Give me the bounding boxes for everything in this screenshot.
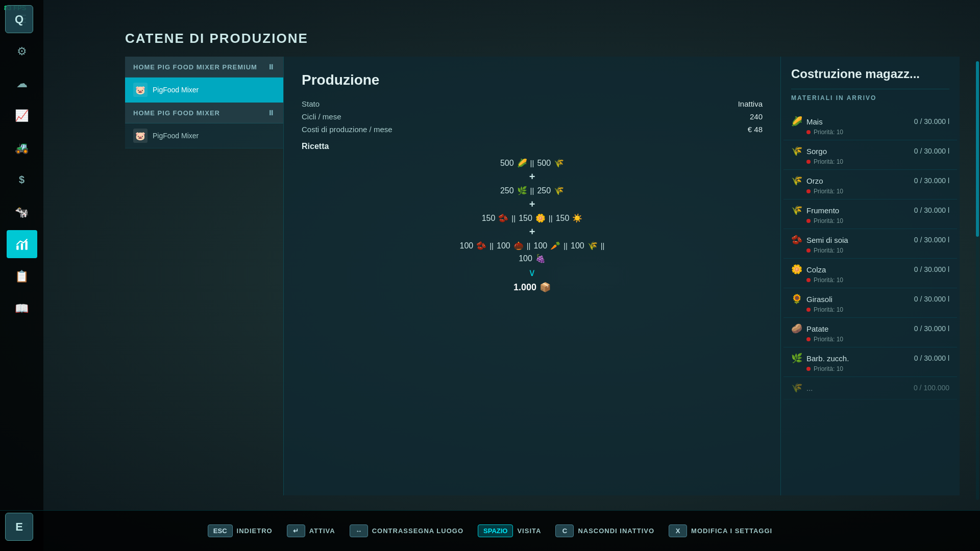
ing-canola-amount: 150 bbox=[519, 214, 532, 223]
sidebar-stats-icon[interactable]: 📈 bbox=[7, 102, 37, 130]
barb-name: Barb. zucch. bbox=[806, 354, 849, 363]
material-item-sorgo[interactable]: 🌾 Sorgo 0 / 30.000 l Priorità: 10 bbox=[783, 140, 957, 170]
sorgo-amount: 0 / 30.000 l bbox=[914, 147, 949, 155]
label-nascondi: NASCONDI INATTIVO bbox=[578, 527, 654, 535]
patate-name: Patate bbox=[806, 324, 828, 333]
list-entry-2-1[interactable]: 🐷 PigFood Mixer bbox=[125, 123, 283, 148]
material-name-wrap-sorgo: 🌾 Sorgo bbox=[791, 145, 827, 157]
material-item-mais[interactable]: 🌽 Mais 0 / 30.000 l Priorità: 10 bbox=[783, 111, 957, 140]
mais-amount: 0 / 30.000 l bbox=[914, 117, 949, 126]
colza-priority: Priorità: 10 bbox=[814, 277, 843, 284]
ing-sunflower-icon: ☀️ bbox=[572, 213, 582, 223]
q-button[interactable]: Q bbox=[5, 5, 33, 33]
ing-canola-icon: 🌼 bbox=[535, 213, 546, 223]
btn-modifica[interactable]: X MODIFICA I SETTAGGI bbox=[669, 524, 772, 537]
colza-icon: 🌼 bbox=[791, 264, 802, 275]
btn-contrassegna[interactable]: ↔ CONTRASSEGNA LUOGO bbox=[350, 524, 463, 537]
entry-icon-2: 🐷 bbox=[133, 129, 148, 143]
key-enter: ↵ bbox=[287, 524, 305, 537]
girasoli-priority-dot bbox=[806, 308, 811, 312]
production-panel: Produzione Stato Inattiva Cicli / mese 2… bbox=[283, 57, 781, 495]
ing-carrot-icon: 🥕 bbox=[550, 241, 560, 251]
group-header-2[interactable]: HOME PIG FOOD MIXER ⏸ bbox=[125, 103, 283, 123]
sep-1: || bbox=[530, 159, 534, 167]
sidebar-money-icon[interactable]: $ bbox=[7, 166, 37, 194]
material-item-patate[interactable]: 🥔 Patate 0 / 30.000 l Priorità: 10 bbox=[783, 318, 957, 347]
output-amount: 1.000 bbox=[513, 282, 536, 293]
label-contrassegna: CONTRASSEGNA LUOGO bbox=[372, 527, 463, 535]
ing-beet-icon: 🌰 bbox=[513, 241, 524, 251]
btn-visita[interactable]: SPAZIO VISITA bbox=[478, 524, 541, 537]
patate-icon: 🥔 bbox=[791, 323, 802, 334]
material-row-patate: 🥔 Patate 0 / 30.000 l bbox=[791, 323, 949, 334]
btn-indietro[interactable]: ESC INDIETRO bbox=[208, 524, 273, 537]
orzo-priority: Priorità: 10 bbox=[814, 188, 843, 195]
ing-corn-amount: 500 bbox=[500, 159, 514, 168]
sep-4a: || bbox=[489, 241, 494, 250]
label-visita: VISITA bbox=[517, 527, 541, 535]
material-row-barb: 🌿 Barb. zucch. 0 / 30.000 l bbox=[791, 353, 949, 364]
svg-rect-0 bbox=[16, 245, 18, 250]
partial-name: ... bbox=[806, 384, 813, 392]
sidebar-production-icon[interactable] bbox=[7, 230, 37, 258]
girasoli-icon: 🌻 bbox=[791, 293, 802, 305]
costi-row: Costi di produzione / mese € 48 bbox=[302, 125, 763, 134]
cicli-label: Cicli / mese bbox=[302, 112, 341, 121]
list-entry-1-1[interactable]: 🐷 PigFood Mixer bbox=[125, 78, 283, 103]
sep-3b: || bbox=[549, 214, 553, 222]
soia-priority-dot bbox=[806, 248, 811, 253]
barb-priority-dot bbox=[806, 367, 811, 371]
ing-soy-amount: 150 bbox=[482, 214, 496, 223]
patate-amount: 0 / 30.000 l bbox=[914, 324, 949, 333]
material-item-colza[interactable]: 🌼 Colza 0 / 30.000 l Priorità: 10 bbox=[783, 259, 957, 288]
sep-4c: || bbox=[564, 241, 568, 250]
barb-icon: 🌿 bbox=[791, 353, 802, 364]
frumento-name: Frumento bbox=[806, 206, 839, 215]
ing-potato-amount: 100 bbox=[460, 241, 474, 251]
material-item-frumento[interactable]: 🌾 Frumento 0 / 30.000 l Priorità: 10 bbox=[783, 199, 957, 229]
btn-attiva[interactable]: ↵ ATTIVA bbox=[287, 524, 335, 537]
material-item-soia[interactable]: 🫘 Semi di soia 0 / 30.000 l Priorità: 10 bbox=[783, 229, 957, 259]
sidebar-book-icon[interactable]: 📖 bbox=[7, 294, 37, 322]
orzo-amount: 0 / 30.000 l bbox=[914, 177, 949, 185]
ing-barley-icon: 🌾 bbox=[554, 186, 564, 195]
material-item-orzo[interactable]: 🌾 Orzo 0 / 30.000 l Priorità: 10 bbox=[783, 170, 957, 199]
ing-carrot-amount: 100 bbox=[534, 241, 548, 251]
frumento-priority: Priorità: 10 bbox=[814, 217, 843, 224]
label-attiva: ATTIVA bbox=[309, 527, 335, 535]
sidebar-task-icon[interactable]: 📋 bbox=[7, 262, 37, 290]
material-item-partial[interactable]: 🌾 ... 0 / 100.000 bbox=[783, 377, 957, 399]
material-row-partial: 🌾 ... 0 / 100.000 bbox=[791, 382, 949, 393]
ing-wheat-amount-1: 500 bbox=[537, 159, 551, 168]
svg-rect-1 bbox=[20, 243, 22, 249]
material-row-colza: 🌼 Colza 0 / 30.000 l bbox=[791, 264, 949, 275]
entry-label-1: PigFood Mixer bbox=[153, 86, 199, 94]
list-panel: HOME PIG FOOD MIXER PREMIUM ⏸ 🐷 PigFood … bbox=[125, 57, 283, 495]
group-header-1[interactable]: HOME PIG FOOD MIXER PREMIUM ⏸ bbox=[125, 57, 283, 78]
material-item-barb[interactable]: 🌿 Barb. zucch. 0 / 30.000 l Priorità: 10 bbox=[783, 347, 957, 377]
plus-2: + bbox=[529, 198, 535, 210]
frumento-amount: 0 / 30.000 l bbox=[914, 206, 949, 214]
e-button[interactable]: E bbox=[5, 513, 33, 541]
key-x: X bbox=[669, 524, 687, 537]
btn-nascondi[interactable]: C NASCONDI INATTIVO bbox=[555, 524, 654, 537]
material-name-wrap-barb: 🌿 Barb. zucch. bbox=[791, 353, 849, 364]
production-title: Produzione bbox=[302, 72, 763, 88]
materials-list: 🌽 Mais 0 / 30.000 l Priorità: 10 🌾 bbox=[781, 111, 960, 495]
sep-4d: || bbox=[601, 241, 605, 250]
colza-amount: 0 / 30.000 l bbox=[914, 265, 949, 273]
sidebar-vehicle-icon[interactable]: 🚜 bbox=[7, 134, 37, 162]
sidebar-weather-icon[interactable]: ☁ bbox=[7, 69, 37, 97]
sidebar-animal-icon[interactable]: 🐄 bbox=[7, 198, 37, 226]
soia-amount: 0 / 30.000 l bbox=[914, 236, 949, 244]
sidebar-settings-icon[interactable]: ⚙ bbox=[7, 37, 37, 65]
page-title: CATENE DI PRODUZIONE bbox=[125, 31, 960, 46]
materials-subheader: MATERIALI IN ARRIVO bbox=[791, 89, 949, 106]
sorgo-priority: Priorità: 10 bbox=[814, 158, 843, 165]
label-indietro: INDIETRO bbox=[237, 527, 273, 535]
sorgo-icon: 🌾 bbox=[791, 145, 802, 157]
mais-icon: 🌽 bbox=[791, 116, 802, 127]
material-item-girasoli[interactable]: 🌻 Girasoli 0 / 30.000 l Priorità: 10 bbox=[783, 288, 957, 318]
ing-soy-icon: 🫘 bbox=[498, 213, 508, 223]
cicli-value: 240 bbox=[750, 112, 763, 121]
